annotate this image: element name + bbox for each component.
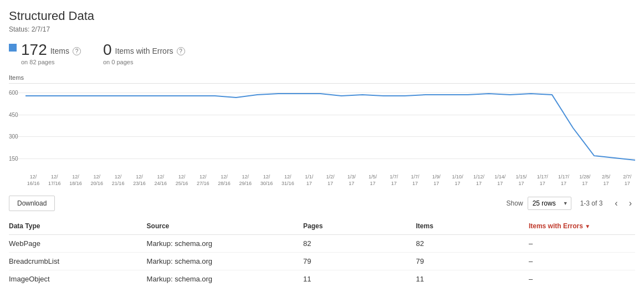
y-tick-150: 150	[9, 156, 18, 162]
cell-errors: –	[529, 253, 635, 270]
col-header-errors[interactable]: Items with Errors ▼	[529, 218, 635, 235]
rows-per-page-select[interactable]: 25 rows 50 rows 100 rows	[528, 197, 571, 210]
x-label: 1/5/17	[365, 174, 381, 187]
errors-count: 0	[103, 42, 112, 58]
x-label: 2/7/17	[620, 174, 635, 187]
x-label: 1/7/17	[407, 174, 423, 187]
metrics-row: 172 Items ? on 82 pages 0 Items with Err…	[9, 42, 635, 65]
errors-sublabel: on 0 pages	[103, 59, 185, 65]
x-label: 12/21/16	[110, 174, 126, 187]
col-header-source: Source	[147, 218, 304, 235]
x-label: 1/17/17	[556, 174, 571, 187]
cell-items: 79	[416, 253, 528, 270]
x-label: 12/23/16	[131, 174, 147, 187]
next-page-button[interactable]: ›	[626, 196, 635, 211]
x-label: 1/10/17	[450, 174, 466, 187]
items-label: Items	[50, 47, 69, 55]
y-tick-600: 600	[9, 89, 18, 95]
x-label: 1/7/17	[386, 174, 402, 187]
toolbar: Download Show 25 rows 50 rows 100 rows 1…	[9, 196, 635, 211]
cell-source: Markup: schema.org	[147, 235, 304, 253]
items-metric: 172 Items ? on 82 pages	[9, 42, 81, 65]
items-sublabel: on 82 pages	[21, 59, 81, 65]
rows-select-wrapper[interactable]: 25 rows 50 rows 100 rows	[528, 197, 571, 210]
chart-section: Items 600 450 300 150 12/16/16 12/17/16 …	[9, 74, 635, 189]
x-label: 1/17/17	[535, 174, 550, 187]
y-tick-450: 450	[9, 111, 18, 117]
x-label: 1/1/17	[301, 174, 317, 187]
x-label: 1/15/17	[513, 174, 529, 187]
cell-errors: –	[529, 235, 635, 253]
chart-x-labels: 12/16/16 12/17/16 12/18/16 12/20/16 12/2…	[9, 172, 635, 189]
cell-items: 11	[416, 270, 528, 287]
chart-svg	[25, 84, 635, 172]
x-label: 12/28/16	[217, 174, 232, 187]
x-label: 1/9/17	[428, 174, 444, 187]
x-label: 12/16/16	[25, 174, 41, 187]
cell-errors: –	[529, 270, 635, 287]
chart-y-label: Items	[9, 74, 635, 81]
page-title: Structured Data	[9, 9, 635, 23]
x-label: 12/25/16	[174, 174, 190, 187]
x-label: 2/5/17	[599, 174, 614, 187]
x-label: 12/27/16	[195, 174, 211, 187]
errors-metric: 0 Items with Errors ? on 0 pages	[103, 42, 185, 65]
x-label: 12/24/16	[153, 174, 168, 187]
data-table: Data Type Source Pages Items Items with …	[9, 218, 635, 287]
sort-arrow-icon: ▼	[585, 223, 590, 229]
y-tick-300: 300	[9, 134, 18, 140]
x-label: 12/18/16	[68, 174, 84, 187]
col-header-items: Items	[416, 218, 528, 235]
cell-datatype: WebPage	[9, 235, 147, 253]
x-label: 12/30/16	[259, 174, 274, 187]
status-text: Status: 2/7/17	[9, 25, 635, 33]
cell-source: Markup: schema.org	[147, 270, 304, 287]
cell-datatype: ImageObject	[9, 270, 147, 287]
pagination-info: 1-3 of 3	[580, 199, 603, 207]
cell-pages: 79	[303, 253, 416, 270]
table-row: WebPage Markup: schema.org 82 82 –	[9, 235, 635, 253]
col-header-pages: Pages	[303, 218, 416, 235]
cell-items: 82	[416, 235, 528, 253]
x-label: 12/17/16	[47, 174, 62, 187]
show-label: Show	[507, 199, 523, 207]
table-row: ImageObject Markup: schema.org 11 11 –	[9, 270, 635, 287]
cell-pages: 11	[303, 270, 416, 287]
table-row: BreadcrumbList Markup: schema.org 79 79 …	[9, 253, 635, 270]
pagination-controls: Show 25 rows 50 rows 100 rows 1-3 of 3 ‹…	[507, 196, 635, 211]
cell-source: Markup: schema.org	[147, 253, 304, 270]
x-label: 12/31/16	[280, 174, 295, 187]
cell-datatype: BreadcrumbList	[9, 253, 147, 270]
x-label: 12/29/16	[238, 174, 253, 187]
x-label: 1/28/17	[577, 174, 592, 187]
x-label: 1/12/17	[471, 174, 487, 187]
table-header-row: Data Type Source Pages Items Items with …	[9, 218, 635, 235]
chart-container: 600 450 300 150	[9, 83, 635, 172]
col-header-datatype: Data Type	[9, 218, 147, 235]
errors-help-icon[interactable]: ?	[177, 47, 185, 55]
download-button[interactable]: Download	[9, 196, 55, 211]
items-help-icon[interactable]: ?	[73, 47, 81, 55]
cell-pages: 82	[303, 235, 416, 253]
prev-page-button[interactable]: ‹	[611, 196, 621, 211]
x-label: 12/20/16	[89, 174, 105, 187]
x-label: 1/3/17	[344, 174, 359, 187]
items-color-indicator	[9, 44, 17, 52]
x-label: 1/2/17	[323, 174, 338, 187]
x-label: 1/14/17	[492, 174, 508, 187]
items-count: 172	[21, 42, 47, 58]
errors-label: Items with Errors	[115, 47, 173, 55]
